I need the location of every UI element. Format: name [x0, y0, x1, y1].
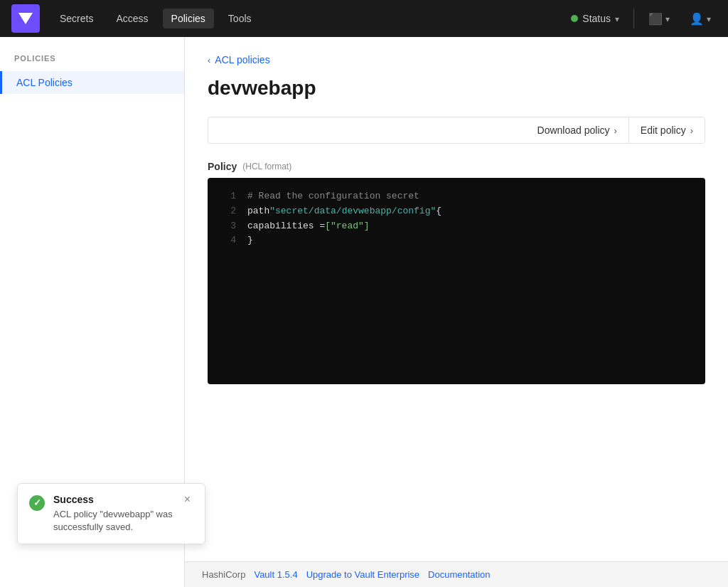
footer: HashiCorp Vault 1.5.4 Upgrade to Vault E…	[185, 561, 728, 587]
user-button[interactable]: 👤	[684, 9, 717, 28]
nav-divider	[633, 9, 634, 28]
breadcrumb[interactable]: ‹ ACL policies	[208, 54, 705, 65]
code-line-1: 1 # Read the configuration secret	[208, 189, 705, 204]
sidebar-section-label: POLICIES	[0, 54, 184, 71]
toast-content: Success ACL policy "devwebapp" wassucces…	[53, 494, 173, 534]
sidebar-item-acl-policies[interactable]: ACL Policies	[0, 71, 184, 94]
terminal-icon: ⬛	[648, 12, 663, 26]
breadcrumb-chevron-icon: ‹	[208, 55, 210, 65]
footer-vault-version[interactable]: Vault 1.5.4	[254, 569, 297, 580]
status-chevron-icon	[615, 13, 619, 24]
toast-success-icon	[29, 495, 45, 511]
nav-secrets[interactable]: Secrets	[51, 9, 102, 28]
code-line-4: 4 }	[208, 233, 705, 248]
breadcrumb-label: ACL policies	[215, 54, 269, 65]
code-line-3: 3 capabilities = ["read"]	[208, 219, 705, 234]
edit-policy-label: Edit policy	[641, 125, 686, 136]
status-indicator-icon	[571, 15, 578, 22]
page-title: devwebapp	[208, 77, 705, 100]
vault-logo-icon	[18, 13, 33, 24]
footer-upgrade-link[interactable]: Upgrade to Vault Enterprise	[306, 569, 419, 580]
nav-tools[interactable]: Tools	[220, 9, 260, 28]
success-toast: Success ACL policy "devwebapp" wassucces…	[17, 483, 205, 544]
download-chevron-icon: ›	[614, 125, 617, 136]
code-punct: }	[247, 233, 253, 248]
toast-close-button[interactable]: ×	[181, 494, 193, 505]
code-punct: {	[436, 204, 441, 219]
code-keyword: path	[247, 204, 269, 219]
sidebar-item-label: ACL Policies	[16, 77, 73, 88]
code-comment: # Read the configuration secret	[247, 189, 419, 204]
policy-format-text: (HCL format)	[242, 162, 291, 171]
line-number: 4	[219, 233, 236, 248]
top-nav: Secrets Access Policies Tools Status ⬛ 👤	[0, 0, 728, 37]
main-content: ‹ ACL policies devwebapp Download policy…	[185, 37, 728, 587]
action-bar: Download policy › Edit policy ›	[208, 117, 705, 144]
user-chevron-icon	[707, 13, 711, 24]
code-editor: 1 # Read the configuration secret 2 path…	[208, 178, 705, 384]
edit-chevron-icon: ›	[690, 125, 693, 136]
status-button[interactable]: Status	[565, 10, 625, 27]
status-label: Status	[582, 13, 611, 24]
code-value: ["read"]	[325, 219, 369, 234]
code-keyword: capabilities =	[247, 219, 325, 234]
code-line-2: 2 path "secret/data/devwebapp/config" {	[208, 204, 705, 219]
nav-right: Status ⬛ 👤	[565, 9, 717, 28]
terminal-button[interactable]: ⬛	[643, 9, 675, 28]
user-icon: 👤	[690, 12, 704, 26]
terminal-chevron-icon	[665, 13, 670, 24]
footer-docs-link[interactable]: Documentation	[428, 569, 490, 580]
footer-brand: HashiCorp	[202, 569, 245, 580]
logo[interactable]	[11, 4, 40, 33]
policy-section-label: Policy (HCL format)	[208, 161, 705, 172]
nav-access[interactable]: Access	[107, 9, 156, 28]
code-string: "secret/data/devwebapp/config"	[269, 204, 436, 219]
nav-policies[interactable]: Policies	[163, 9, 214, 28]
line-number: 2	[219, 204, 236, 219]
toast-title: Success	[53, 494, 173, 505]
policy-label-text: Policy	[208, 161, 237, 172]
download-policy-label: Download policy	[537, 125, 610, 136]
download-policy-button[interactable]: Download policy ›	[526, 117, 628, 143]
toast-message: ACL policy "devwebapp" wassuccessfully s…	[53, 508, 173, 534]
edit-policy-button[interactable]: Edit policy ›	[628, 117, 705, 143]
line-number: 1	[219, 189, 236, 204]
line-number: 3	[219, 219, 236, 234]
